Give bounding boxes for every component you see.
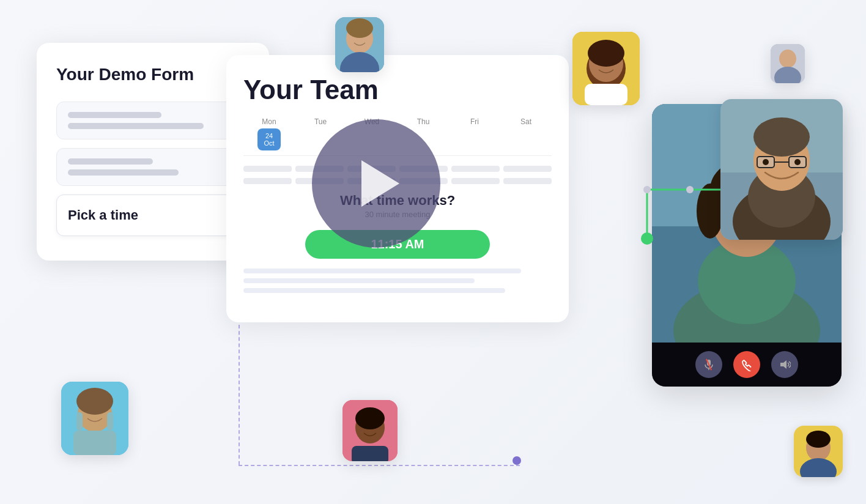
dashed-dot-end bbox=[513, 456, 521, 465]
slot-line-3 bbox=[243, 288, 505, 293]
svg-point-18 bbox=[686, 186, 694, 193]
avatar-top-right-woman bbox=[572, 32, 640, 105]
person-svg-right bbox=[572, 32, 640, 105]
person-svg-far-right bbox=[771, 44, 805, 83]
person-svg-bottom-far-right bbox=[794, 426, 843, 477]
mute-button[interactable] bbox=[695, 351, 722, 378]
day-sat: Sat bbox=[500, 117, 552, 126]
pick-time-button[interactable]: Pick a time bbox=[56, 195, 250, 236]
person-svg-bottom-center bbox=[342, 400, 398, 461]
date-month: Oct bbox=[264, 139, 274, 147]
scene: Your Demo Form Pick a time Your Team Mon… bbox=[0, 0, 866, 504]
date-badge-24: 24 Oct bbox=[257, 128, 280, 150]
end-call-button[interactable] bbox=[733, 351, 760, 378]
form-field-2[interactable] bbox=[56, 148, 250, 186]
avatar-bottom-center-man bbox=[342, 400, 398, 461]
slot-line-2 bbox=[243, 278, 475, 283]
speaker-icon bbox=[779, 358, 791, 371]
field-line-long-1 bbox=[68, 123, 204, 129]
slot-line-1 bbox=[243, 269, 521, 273]
phone-icon bbox=[740, 358, 753, 371]
svg-point-56 bbox=[794, 159, 801, 165]
svg-point-39 bbox=[355, 407, 385, 429]
day-fri: Fri bbox=[449, 117, 500, 126]
svg-point-26 bbox=[588, 40, 624, 67]
svg-point-21 bbox=[346, 18, 373, 38]
svg-marker-14 bbox=[780, 360, 786, 369]
mic-icon bbox=[703, 358, 715, 371]
speaker-button[interactable] bbox=[771, 351, 798, 378]
play-triangle-icon bbox=[361, 160, 399, 207]
svg-point-43 bbox=[806, 431, 831, 448]
demo-form-title: Your Demo Form bbox=[56, 65, 250, 84]
svg-rect-35 bbox=[107, 412, 113, 431]
avatar-far-right bbox=[771, 44, 805, 83]
avatar-bottom-far-right bbox=[794, 426, 843, 477]
cal-col-mon: Mon 24 Oct bbox=[243, 117, 295, 150]
svg-point-16 bbox=[643, 186, 651, 193]
avatar-bottom-left-woman bbox=[61, 382, 128, 455]
date-number: 24 bbox=[265, 132, 273, 139]
pick-time-label: Pick a time bbox=[68, 207, 138, 223]
field-line-short-2 bbox=[68, 158, 153, 165]
day-mon: Mon bbox=[243, 117, 295, 126]
day-thu: Thu bbox=[398, 117, 449, 126]
person-svg-top bbox=[335, 17, 384, 72]
play-button[interactable] bbox=[312, 119, 440, 248]
video-controls bbox=[652, 343, 842, 387]
svg-point-55 bbox=[763, 159, 769, 165]
cal-col-fri: Fri bbox=[449, 117, 500, 150]
svg-point-29 bbox=[779, 50, 796, 68]
avatar-top-man bbox=[335, 17, 384, 72]
svg-rect-36 bbox=[73, 431, 116, 455]
field-line-medium-2 bbox=[68, 169, 179, 176]
svg-rect-27 bbox=[585, 84, 627, 105]
cal-col-sat: Sat bbox=[500, 117, 552, 150]
person-svg-bottom-left bbox=[61, 382, 128, 455]
your-team-title: Your Team bbox=[243, 75, 552, 105]
person-glasses-svg bbox=[720, 99, 843, 240]
svg-rect-34 bbox=[76, 412, 83, 431]
svg-point-33 bbox=[76, 388, 113, 415]
svg-point-51 bbox=[753, 117, 810, 157]
avatar-man-glasses bbox=[720, 99, 843, 240]
form-field-1[interactable] bbox=[56, 102, 250, 139]
svg-rect-40 bbox=[352, 446, 388, 461]
field-line-short-1 bbox=[68, 112, 161, 118]
dashed-line-horizontal bbox=[239, 465, 520, 466]
day-tue: Tue bbox=[295, 117, 346, 126]
